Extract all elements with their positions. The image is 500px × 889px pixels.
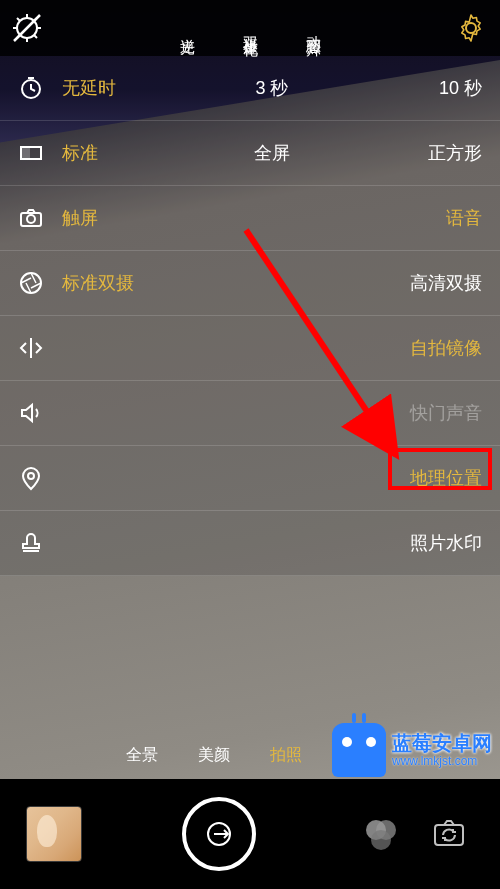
row-trigger: 触屏 语音 (0, 186, 500, 251)
gear-icon (456, 13, 486, 43)
switch-camera-button[interactable] (424, 809, 474, 859)
trigger-touch[interactable]: 触屏 (62, 206, 446, 230)
settings-rows: 无延时 3 秒 10 秒 标准 全屏 正方形 触屏 语音 标准双摄 高清双摄 自… (0, 56, 500, 576)
row-timer: 无延时 3 秒 10 秒 (0, 56, 500, 121)
top-toolbar: 逆光 双摄虚化 动态照片 (0, 0, 500, 56)
timer-3s[interactable]: 3 秒 (202, 76, 342, 100)
geo-toggle[interactable]: 地理位置 (410, 466, 482, 490)
svg-point-7 (21, 273, 41, 293)
timer-icon (18, 75, 44, 101)
flash-toggle[interactable] (10, 11, 44, 45)
ratio-standard[interactable]: 标准 (62, 141, 202, 165)
dual-hd[interactable]: 高清双摄 (410, 271, 482, 295)
timer-10s[interactable]: 10 秒 (342, 76, 482, 100)
timer-none[interactable]: 无延时 (62, 76, 202, 100)
ratio-icon (18, 140, 44, 166)
sound-toggle[interactable]: 快门声音 (410, 401, 482, 425)
mode-pano[interactable]: 全景 (126, 745, 158, 766)
row-geo: 地理位置 (0, 446, 500, 511)
mode-video[interactable]: 录像 (342, 745, 374, 766)
watermark-toggle[interactable]: 照片水印 (410, 531, 482, 555)
mirror-toggle[interactable]: 自拍镜像 (410, 336, 482, 360)
settings-button[interactable] (456, 13, 486, 43)
svg-rect-13 (435, 825, 463, 845)
dual-standard[interactable]: 标准双摄 (62, 271, 410, 295)
aperture-icon (18, 270, 44, 296)
sound-icon (18, 400, 44, 426)
ratio-square[interactable]: 正方形 (342, 141, 482, 165)
bottom-bar (0, 779, 500, 889)
shutter-button[interactable] (182, 797, 256, 871)
mode-beauty[interactable]: 美颜 (198, 745, 230, 766)
trigger-voice[interactable]: 语音 (446, 206, 482, 230)
ratio-full[interactable]: 全屏 (202, 141, 342, 165)
topmode-bokeh[interactable]: 双摄虚化 (241, 24, 260, 32)
shutter-inner-icon (200, 815, 238, 853)
row-ratio: 标准 全屏 正方形 (0, 121, 500, 186)
svg-rect-4 (21, 147, 30, 159)
mirror-icon (18, 335, 44, 361)
stamp-icon (18, 530, 44, 556)
switch-camera-icon (429, 814, 469, 854)
mode-photo[interactable]: 拍照 (270, 745, 302, 766)
svg-point-8 (28, 473, 34, 479)
topmode-backlight[interactable]: 逆光 (178, 26, 197, 30)
row-sound: 快门声音 (0, 381, 500, 446)
svg-point-6 (27, 215, 35, 223)
location-icon (18, 465, 44, 491)
svg-point-12 (371, 830, 391, 850)
row-mirror: 自拍镜像 (0, 316, 500, 381)
flash-off-icon (10, 11, 44, 45)
capture-mode-strip: 全景 美颜 拍照 录像 (0, 731, 500, 779)
row-watermark: 照片水印 (0, 511, 500, 576)
row-dual: 标准双摄 高清双摄 (0, 251, 500, 316)
filters-button[interactable] (356, 809, 406, 859)
filters-icon (361, 814, 401, 854)
gallery-thumbnail[interactable] (26, 806, 82, 862)
topmode-livephoto[interactable]: 动态照片 (304, 24, 323, 32)
camera-icon (18, 205, 44, 231)
